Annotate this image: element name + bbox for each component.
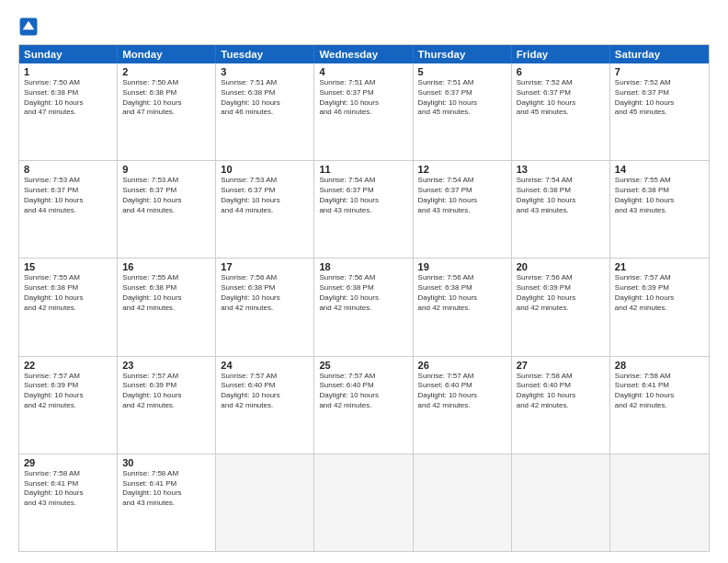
day-info: Sunrise: 7:57 AM Sunset: 6:39 PM Dayligh… xyxy=(24,372,112,411)
calendar-week-4: 22Sunrise: 7:57 AM Sunset: 6:39 PM Dayli… xyxy=(19,356,709,454)
day-number: 9 xyxy=(122,164,210,175)
day-info: Sunrise: 7:51 AM Sunset: 6:37 PM Dayligh… xyxy=(418,78,506,118)
day-info: Sunrise: 7:58 AM Sunset: 6:41 PM Dayligh… xyxy=(24,469,112,509)
day-number: 2 xyxy=(122,66,210,77)
day-info: Sunrise: 7:57 AM Sunset: 6:40 PM Dayligh… xyxy=(221,372,309,411)
calendar-cell: 16Sunrise: 7:55 AM Sunset: 6:38 PM Dayli… xyxy=(118,259,216,355)
day-number: 25 xyxy=(319,360,407,371)
day-info: Sunrise: 7:55 AM Sunset: 6:38 PM Dayligh… xyxy=(24,273,112,313)
day-number: 3 xyxy=(221,66,309,77)
day-number: 22 xyxy=(24,360,112,371)
day-info: Sunrise: 7:53 AM Sunset: 6:37 PM Dayligh… xyxy=(221,176,309,215)
logo-icon xyxy=(18,17,39,37)
day-info: Sunrise: 7:54 AM Sunset: 6:37 PM Dayligh… xyxy=(319,176,407,215)
day-number: 27 xyxy=(517,360,605,371)
day-number: 1 xyxy=(24,66,112,77)
calendar-cell: 18Sunrise: 7:56 AM Sunset: 6:38 PM Dayli… xyxy=(314,259,413,355)
day-info: Sunrise: 7:57 AM Sunset: 6:39 PM Dayligh… xyxy=(615,273,704,313)
day-number: 14 xyxy=(615,164,704,175)
day-number: 21 xyxy=(615,261,704,272)
day-info: Sunrise: 7:51 AM Sunset: 6:37 PM Dayligh… xyxy=(319,78,407,118)
calendar-week-2: 8Sunrise: 7:53 AM Sunset: 6:37 PM Daylig… xyxy=(19,160,709,258)
header-monday: Monday xyxy=(118,45,216,63)
calendar-body: 1Sunrise: 7:50 AM Sunset: 6:38 PM Daylig… xyxy=(19,63,709,551)
day-info: Sunrise: 7:50 AM Sunset: 6:38 PM Dayligh… xyxy=(24,78,112,118)
day-info: Sunrise: 7:57 AM Sunset: 6:39 PM Dayligh… xyxy=(122,372,210,411)
day-info: Sunrise: 7:56 AM Sunset: 6:38 PM Dayligh… xyxy=(418,273,506,313)
calendar-cell: 1Sunrise: 7:50 AM Sunset: 6:38 PM Daylig… xyxy=(19,63,118,160)
day-number: 4 xyxy=(319,66,407,77)
calendar-cell: 6Sunrise: 7:52 AM Sunset: 6:37 PM Daylig… xyxy=(512,63,610,160)
logo xyxy=(18,17,42,37)
calendar-cell: 4Sunrise: 7:51 AM Sunset: 6:37 PM Daylig… xyxy=(314,63,413,160)
day-info: Sunrise: 7:51 AM Sunset: 6:38 PM Dayligh… xyxy=(221,78,309,118)
day-number: 23 xyxy=(122,360,210,371)
header-thursday: Thursday xyxy=(414,45,512,63)
calendar-cell: 9Sunrise: 7:53 AM Sunset: 6:37 PM Daylig… xyxy=(118,161,216,258)
calendar-cell: 15Sunrise: 7:55 AM Sunset: 6:38 PM Dayli… xyxy=(19,259,118,355)
day-info: Sunrise: 7:55 AM Sunset: 6:38 PM Dayligh… xyxy=(615,176,704,215)
day-number: 24 xyxy=(221,360,309,371)
calendar-cell: 8Sunrise: 7:53 AM Sunset: 6:37 PM Daylig… xyxy=(19,161,118,258)
day-number: 29 xyxy=(24,457,112,468)
day-number: 10 xyxy=(221,164,309,175)
day-number: 11 xyxy=(319,164,407,175)
calendar-cell: 10Sunrise: 7:53 AM Sunset: 6:37 PM Dayli… xyxy=(216,161,314,258)
day-number: 17 xyxy=(221,261,309,272)
day-number: 12 xyxy=(418,164,506,175)
day-number: 20 xyxy=(517,261,605,272)
day-info: Sunrise: 7:58 AM Sunset: 6:41 PM Dayligh… xyxy=(122,469,210,509)
calendar-header: Sunday Monday Tuesday Wednesday Thursday… xyxy=(19,45,709,63)
calendar-cell: 23Sunrise: 7:57 AM Sunset: 6:39 PM Dayli… xyxy=(118,357,216,454)
header-tuesday: Tuesday xyxy=(216,45,314,63)
calendar-week-3: 15Sunrise: 7:55 AM Sunset: 6:38 PM Dayli… xyxy=(19,258,709,355)
day-info: Sunrise: 7:54 AM Sunset: 6:37 PM Dayligh… xyxy=(418,176,506,215)
calendar-cell: 22Sunrise: 7:57 AM Sunset: 6:39 PM Dayli… xyxy=(19,357,118,454)
calendar-cell xyxy=(610,454,709,551)
day-number: 13 xyxy=(517,164,605,175)
calendar-cell: 21Sunrise: 7:57 AM Sunset: 6:39 PM Dayli… xyxy=(610,259,709,355)
calendar-cell: 24Sunrise: 7:57 AM Sunset: 6:40 PM Dayli… xyxy=(216,357,314,454)
calendar-cell: 30Sunrise: 7:58 AM Sunset: 6:41 PM Dayli… xyxy=(118,454,216,551)
calendar-cell: 11Sunrise: 7:54 AM Sunset: 6:37 PM Dayli… xyxy=(314,161,413,258)
header-friday: Friday xyxy=(512,45,610,63)
day-info: Sunrise: 7:52 AM Sunset: 6:37 PM Dayligh… xyxy=(517,78,605,118)
calendar-week-5: 29Sunrise: 7:58 AM Sunset: 6:41 PM Dayli… xyxy=(19,454,709,551)
day-info: Sunrise: 7:54 AM Sunset: 6:38 PM Dayligh… xyxy=(517,176,605,215)
day-info: Sunrise: 7:56 AM Sunset: 6:38 PM Dayligh… xyxy=(221,273,309,313)
calendar-cell: 17Sunrise: 7:56 AM Sunset: 6:38 PM Dayli… xyxy=(216,259,314,355)
calendar-cell: 20Sunrise: 7:56 AM Sunset: 6:39 PM Dayli… xyxy=(512,259,610,355)
day-number: 26 xyxy=(418,360,506,371)
day-number: 28 xyxy=(615,360,704,371)
day-number: 18 xyxy=(319,261,407,272)
calendar-cell xyxy=(314,454,413,551)
calendar-week-1: 1Sunrise: 7:50 AM Sunset: 6:38 PM Daylig… xyxy=(19,63,709,160)
calendar-cell: 28Sunrise: 7:58 AM Sunset: 6:41 PM Dayli… xyxy=(610,357,709,454)
day-info: Sunrise: 7:55 AM Sunset: 6:38 PM Dayligh… xyxy=(122,273,210,313)
day-info: Sunrise: 7:56 AM Sunset: 6:39 PM Dayligh… xyxy=(517,273,605,313)
calendar-cell: 26Sunrise: 7:57 AM Sunset: 6:40 PM Dayli… xyxy=(414,357,512,454)
day-info: Sunrise: 7:57 AM Sunset: 6:40 PM Dayligh… xyxy=(418,372,506,411)
header-saturday: Saturday xyxy=(610,45,709,63)
calendar-cell: 2Sunrise: 7:50 AM Sunset: 6:38 PM Daylig… xyxy=(118,63,216,160)
day-number: 16 xyxy=(122,261,210,272)
calendar-cell: 12Sunrise: 7:54 AM Sunset: 6:37 PM Dayli… xyxy=(414,161,512,258)
calendar-cell: 14Sunrise: 7:55 AM Sunset: 6:38 PM Dayli… xyxy=(610,161,709,258)
day-info: Sunrise: 7:58 AM Sunset: 6:40 PM Dayligh… xyxy=(517,372,605,411)
header-sunday: Sunday xyxy=(19,45,118,63)
calendar-cell: 29Sunrise: 7:58 AM Sunset: 6:41 PM Dayli… xyxy=(19,454,118,551)
calendar-cell: 13Sunrise: 7:54 AM Sunset: 6:38 PM Dayli… xyxy=(512,161,610,258)
day-info: Sunrise: 7:50 AM Sunset: 6:38 PM Dayligh… xyxy=(122,78,210,118)
calendar-cell: 3Sunrise: 7:51 AM Sunset: 6:38 PM Daylig… xyxy=(216,63,314,160)
calendar-cell: 19Sunrise: 7:56 AM Sunset: 6:38 PM Dayli… xyxy=(414,259,512,355)
day-number: 7 xyxy=(615,66,704,77)
day-info: Sunrise: 7:56 AM Sunset: 6:38 PM Dayligh… xyxy=(319,273,407,313)
calendar: Sunday Monday Tuesday Wednesday Thursday… xyxy=(18,44,710,552)
day-info: Sunrise: 7:53 AM Sunset: 6:37 PM Dayligh… xyxy=(122,176,210,215)
calendar-cell xyxy=(414,454,512,551)
day-number: 15 xyxy=(24,261,112,272)
calendar-cell: 7Sunrise: 7:52 AM Sunset: 6:37 PM Daylig… xyxy=(610,63,709,160)
day-info: Sunrise: 7:58 AM Sunset: 6:41 PM Dayligh… xyxy=(615,372,704,411)
day-info: Sunrise: 7:52 AM Sunset: 6:37 PM Dayligh… xyxy=(615,78,704,118)
day-number: 5 xyxy=(418,66,506,77)
